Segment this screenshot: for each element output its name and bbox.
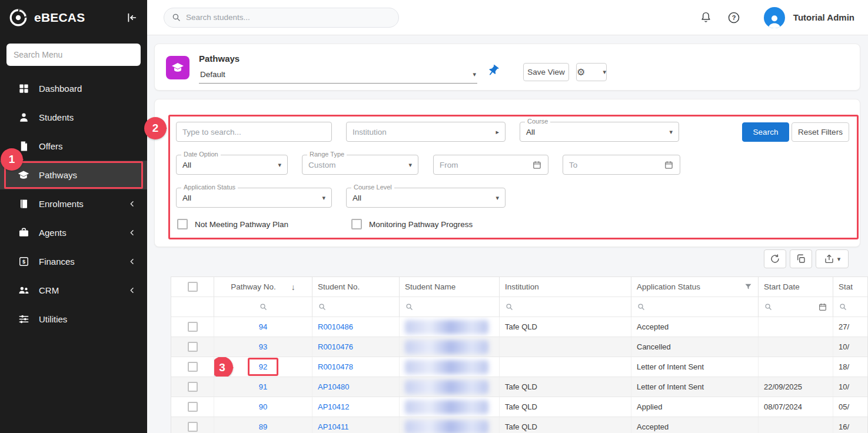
application-status-cell: Letter of Intent Sent bbox=[631, 377, 759, 397]
pin-view-icon[interactable] bbox=[487, 64, 500, 79]
student-link[interactable]: R0010486 bbox=[318, 322, 353, 331]
pathway-link[interactable]: 92 bbox=[259, 362, 267, 371]
help-icon[interactable]: ? bbox=[727, 11, 740, 24]
filter-cell-institution[interactable] bbox=[500, 297, 631, 317]
sort-desc-icon[interactable]: ↓ bbox=[291, 282, 295, 292]
col-header-student-no[interactable]: Student No. bbox=[312, 277, 400, 297]
col-header-student-name[interactable]: Student Name bbox=[400, 277, 500, 297]
monitoring-pathway-checkbox[interactable]: Monitoring Pathway Progress bbox=[351, 219, 473, 229]
col-header-institution[interactable]: Institution bbox=[500, 277, 631, 297]
export-button[interactable]: ▾ bbox=[816, 249, 849, 268]
col-header-pathway-no[interactable]: Pathway No. ↓ bbox=[214, 277, 312, 297]
application-status-label: Application Status bbox=[181, 184, 238, 191]
range-type-select[interactable]: Range Type Custom ▾ bbox=[302, 155, 418, 175]
calendar-icon[interactable] bbox=[664, 160, 674, 170]
course-level-select[interactable]: Course Level All ▾ bbox=[346, 188, 505, 208]
sidebar-search-input[interactable] bbox=[6, 44, 141, 66]
user-name[interactable]: Tutorial Admin bbox=[793, 12, 854, 22]
filter-cell-student-no[interactable] bbox=[312, 297, 400, 317]
row-checkbox[interactable] bbox=[188, 342, 198, 352]
course-select[interactable]: Course All ▾ bbox=[520, 122, 679, 142]
filter-cell-application-status[interactable] bbox=[631, 297, 759, 317]
application-status-select[interactable]: Application Status All ▾ bbox=[176, 188, 332, 208]
sidebar-item-dashboard[interactable]: Dashboard bbox=[0, 74, 147, 103]
refresh-button[interactable] bbox=[764, 249, 786, 268]
row-checkbox[interactable] bbox=[188, 422, 198, 432]
student-link[interactable]: R0010476 bbox=[318, 342, 353, 351]
to-placeholder: To bbox=[569, 161, 577, 169]
sidebar-item-finances[interactable]: $ Finances bbox=[0, 247, 147, 276]
copy-button[interactable] bbox=[790, 249, 812, 268]
row-checkbox[interactable] bbox=[188, 322, 198, 332]
caret-down-icon: ▾ bbox=[603, 69, 606, 75]
pathway-link[interactable]: 90 bbox=[259, 402, 267, 411]
sidebar-item-agents[interactable]: Agents bbox=[0, 218, 147, 247]
filter-cell-pathway-no[interactable] bbox=[214, 297, 312, 317]
table-row: 90 AP10412 Tafe QLD Applied 08/07/2024 0… bbox=[171, 397, 868, 417]
sidebar-item-students[interactable]: Students bbox=[0, 103, 147, 132]
start-date-cell bbox=[759, 337, 833, 357]
pathway-link[interactable]: 94 bbox=[259, 322, 267, 331]
submenu-arrow-icon: ▸ bbox=[495, 129, 499, 135]
calendar-icon[interactable] bbox=[532, 160, 542, 170]
filter-cell-student-name[interactable] bbox=[400, 297, 500, 317]
row-checkbox[interactable] bbox=[188, 362, 198, 372]
search-icon bbox=[171, 12, 181, 22]
filter-cell-start-date[interactable] bbox=[759, 297, 833, 317]
view-select-value: Default bbox=[200, 70, 225, 79]
caret-down-icon: ▾ bbox=[669, 129, 673, 135]
student-link[interactable]: AP10480 bbox=[318, 382, 350, 391]
redacted-name bbox=[405, 420, 488, 433]
student-link[interactable]: R0010478 bbox=[318, 362, 353, 371]
pathway-link[interactable]: 89 bbox=[259, 422, 267, 431]
from-date-field[interactable]: From bbox=[433, 155, 548, 175]
dashboard-icon bbox=[18, 83, 29, 94]
col-header-status-partial[interactable]: Stat bbox=[833, 277, 868, 297]
caret-down-icon: ▾ bbox=[408, 162, 412, 168]
col-header-application-status[interactable]: Application Status bbox=[631, 277, 759, 297]
date-option-select[interactable]: Date Option All ▾ bbox=[176, 155, 288, 175]
save-view-button[interactable]: Save View bbox=[523, 63, 569, 81]
select-all-checkbox[interactable] bbox=[188, 282, 198, 292]
row-checkbox[interactable] bbox=[188, 402, 198, 412]
student-link[interactable]: AP10411 bbox=[318, 422, 349, 431]
col-header-start-date[interactable]: Start Date bbox=[759, 277, 833, 297]
institution-cell bbox=[500, 337, 631, 357]
student-search-input[interactable] bbox=[186, 13, 391, 22]
course-level-label: Course Level bbox=[351, 184, 394, 191]
institution-field[interactable]: Institution ▸ bbox=[346, 122, 505, 142]
view-settings-button[interactable]: ⚙ ▾ bbox=[576, 63, 607, 81]
sidebar-item-pathways[interactable]: Pathways bbox=[0, 161, 147, 189]
pathway-link[interactable]: 93 bbox=[259, 342, 267, 351]
select-all-cell bbox=[171, 277, 214, 297]
filter-cell-status-partial[interactable] bbox=[833, 297, 868, 317]
pathway-link[interactable]: 91 bbox=[259, 382, 267, 391]
sidebar-item-utilities[interactable]: Utilities bbox=[0, 305, 147, 334]
keyword-search-field[interactable] bbox=[176, 122, 332, 142]
search-icon bbox=[405, 302, 414, 311]
chevron-left-icon bbox=[128, 199, 137, 208]
view-select[interactable]: Default ▾ bbox=[199, 69, 477, 84]
main-area: ? Tutorial Admin Pathways Default ▾ Save… bbox=[147, 0, 868, 433]
sidebar-item-crm[interactable]: CRM bbox=[0, 276, 147, 305]
filter-funnel-icon[interactable] bbox=[744, 282, 753, 291]
calendar-icon[interactable] bbox=[818, 302, 827, 312]
reset-filters-button[interactable]: Reset Filters bbox=[791, 122, 849, 142]
notifications-bell-icon[interactable] bbox=[700, 11, 712, 24]
keyword-search-input[interactable] bbox=[182, 128, 325, 136]
student-search-box[interactable] bbox=[164, 8, 399, 28]
checkbox-box[interactable] bbox=[351, 219, 362, 229]
students-icon bbox=[18, 112, 29, 123]
search-icon bbox=[505, 302, 514, 311]
row-checkbox[interactable] bbox=[188, 382, 198, 392]
caret-down-icon: ▾ bbox=[322, 195, 325, 201]
table-row: 92 3 R0010478 Letter of Intent Sent 18/ bbox=[171, 357, 868, 377]
student-link[interactable]: AP10412 bbox=[318, 402, 350, 411]
sidebar-item-enrolments[interactable]: Enrolments bbox=[0, 189, 147, 218]
search-button[interactable]: Search bbox=[742, 122, 789, 142]
to-date-field[interactable]: To bbox=[563, 155, 680, 175]
sidebar-collapse-icon[interactable] bbox=[125, 11, 138, 24]
checkbox-box[interactable] bbox=[177, 219, 188, 229]
user-avatar[interactable] bbox=[764, 7, 785, 28]
not-meeting-pathway-checkbox[interactable]: Not Meeting Pathway Plan bbox=[177, 219, 288, 229]
